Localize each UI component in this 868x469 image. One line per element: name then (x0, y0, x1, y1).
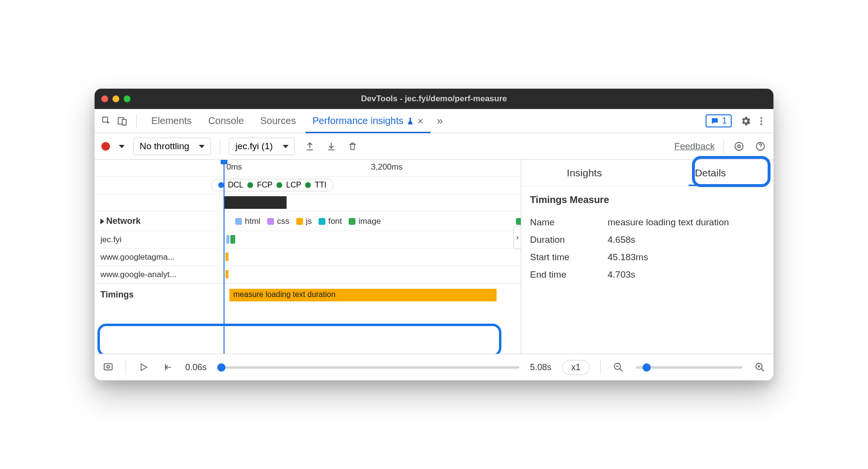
fcp-dot-icon (247, 182, 253, 188)
tab-console[interactable]: Console (201, 109, 250, 133)
js-swatch-icon (296, 218, 303, 225)
more-tabs-icon[interactable]: » (434, 115, 446, 127)
details-section-title: Timings Measure (530, 194, 765, 205)
rewind-icon[interactable] (161, 360, 175, 374)
tti-dot-icon (305, 182, 311, 188)
v-name: measure loading text duration (608, 217, 765, 228)
trash-icon[interactable] (346, 140, 359, 153)
v-duration: 4.658s (608, 234, 765, 245)
v-start: 45.183ms (608, 252, 765, 263)
close-tab-icon[interactable] (417, 118, 424, 125)
svg-point-7 (735, 142, 743, 151)
zoom-out-icon[interactable] (611, 360, 625, 374)
tab-details[interactable]: Details (647, 160, 773, 186)
time-tick: 3,200ms (371, 162, 402, 172)
preview-toggle-icon[interactable] (101, 360, 115, 374)
kebab-menu-icon[interactable] (755, 115, 768, 127)
main-content: 0ms 3,200ms DCL FCP LCP TTI (95, 160, 773, 354)
dcl-label: DCL (228, 181, 243, 189)
tab-performance-insights[interactable]: Performance insights (305, 109, 431, 133)
upload-icon[interactable] (304, 140, 316, 153)
devtools-window: DevTools - jec.fyi/demo/perf-measure Ele… (95, 89, 773, 380)
cwv-markers: DCL FCP LCP TTI (95, 177, 521, 194)
actionbar: No throttling jec.fyi (1) Feedback (95, 133, 773, 160)
titlebar: DevTools - jec.fyi/demo/perf-measure (95, 89, 773, 109)
tab-label: Performance insights (312, 115, 403, 126)
k-duration: Duration (530, 234, 608, 245)
settings-gear-icon[interactable] (739, 115, 752, 127)
tti-label: TTI (315, 181, 326, 189)
record-dropdown-icon[interactable] (119, 145, 125, 148)
panel-resize-handle[interactable]: › (514, 226, 521, 249)
speed-pill[interactable]: x1 (562, 360, 590, 375)
network-row[interactable]: www.google-analyt... (95, 266, 521, 283)
req-bar[interactable] (225, 270, 228, 279)
record-button[interactable] (101, 142, 110, 151)
network-host: www.google-analyt... (100, 266, 177, 283)
time-end: 5.08s (530, 362, 551, 373)
zoom-in-icon[interactable] (753, 360, 767, 374)
svg-point-5 (760, 123, 762, 125)
k-name: Name (530, 217, 608, 228)
minimize-window-icon[interactable] (113, 95, 119, 102)
messages-badge[interactable]: 1 (706, 114, 732, 127)
timeline-panel: 0ms 3,200ms DCL FCP LCP TTI (95, 160, 521, 354)
slider-knob-icon[interactable] (643, 363, 651, 372)
window-title: DevTools - jec.fyi/demo/perf-measure (95, 94, 773, 104)
network-host: www.googletagma... (100, 249, 175, 266)
tab-elements[interactable]: Elements (145, 109, 198, 133)
time-tick: 0ms (226, 162, 242, 172)
slider-knob-icon[interactable] (217, 363, 225, 372)
timing-measure-bar[interactable]: measure loading text duration (229, 289, 497, 301)
k-end: End time (530, 269, 608, 280)
time-ruler: 0ms 3,200ms (95, 160, 521, 177)
screenshot-strip (95, 194, 521, 212)
feedback-link[interactable]: Feedback (675, 141, 715, 152)
panel-settings-icon[interactable] (733, 140, 745, 153)
timings-header: Timings (100, 284, 134, 306)
svg-point-3 (760, 117, 762, 119)
req-bar[interactable] (226, 235, 229, 244)
play-icon[interactable] (137, 360, 150, 374)
timings-track: Timings measure loading text duration (95, 283, 521, 306)
html-swatch-icon (235, 218, 242, 225)
time-slider[interactable] (217, 366, 519, 369)
tab-insights[interactable]: Insights (521, 160, 647, 186)
time-start: 0.06s (185, 362, 207, 373)
marker-pill[interactable]: DCL FCP LCP TTI (211, 179, 334, 191)
recording-select[interactable]: jec.fyi (1) (229, 138, 294, 155)
network-row[interactable]: jec.fyi (95, 231, 521, 249)
playhead-cursor[interactable] (224, 160, 225, 354)
req-bar[interactable] (230, 235, 235, 244)
inspect-icon[interactable] (100, 115, 113, 127)
zoom-slider[interactable] (636, 366, 742, 369)
fcp-label: FCP (257, 181, 273, 189)
close-window-icon[interactable] (101, 95, 108, 102)
chat-icon (710, 117, 719, 125)
screenshot-thumb[interactable] (224, 196, 287, 209)
recording-value: jec.fyi (1) (235, 141, 273, 152)
network-legend: Network html css js font image (95, 212, 521, 231)
help-icon[interactable] (754, 140, 767, 153)
lcp-dot-icon (276, 182, 282, 188)
download-icon[interactable] (325, 140, 338, 153)
devtools-tabbar: Elements Console Sources Performance ins… (95, 109, 773, 133)
k-start: Start time (530, 252, 608, 263)
svg-rect-2 (122, 119, 126, 125)
disclosure-triangle-icon (100, 219, 104, 224)
device-toggle-icon[interactable] (116, 115, 129, 127)
svg-point-6 (738, 145, 740, 148)
throttling-select[interactable]: No throttling (133, 138, 211, 155)
lcp-label: LCP (286, 181, 301, 189)
svg-rect-9 (104, 364, 113, 370)
network-row[interactable]: www.googletagma... (95, 249, 521, 266)
tab-sources[interactable]: Sources (254, 109, 303, 133)
req-bar[interactable] (225, 252, 228, 261)
throttling-value: No throttling (140, 141, 189, 152)
maximize-window-icon[interactable] (124, 95, 130, 102)
image-swatch-icon (349, 218, 355, 225)
details-body: Timings Measure Namemeasure loading text… (521, 187, 773, 295)
svg-point-4 (760, 120, 762, 122)
chevron-down-icon (283, 145, 289, 148)
svg-point-10 (107, 365, 110, 368)
